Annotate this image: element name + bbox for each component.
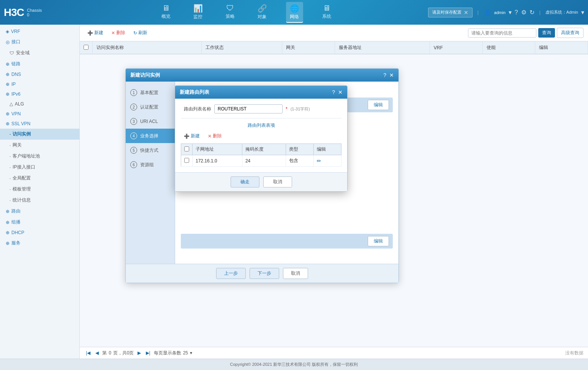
step-5-num: 5 [130, 147, 137, 154]
nav-item-overview[interactable]: 🖥 概览 [158, 2, 174, 23]
sidebar-item-route[interactable]: ⊕ 路由 [0, 206, 79, 217]
first-page-btn[interactable]: |◀ [84, 350, 92, 356]
monitor-icon: 📊 [193, 4, 203, 13]
step-4[interactable]: 4 业务选择 [126, 129, 175, 143]
nav-item-network[interactable]: 🌐 网络 [286, 2, 303, 23]
nav-label-object: 对象 [258, 14, 267, 20]
sidebar-item-ssl-vpn[interactable]: ⊕ SSL VPN [0, 119, 79, 129]
sidebar-item-access-instance[interactable]: · 访问实例 [0, 129, 79, 140]
name-form-row: 路由列表名称 * (1-31字符) [181, 104, 341, 113]
chassis-label: Chassis [27, 8, 42, 13]
refresh-icon[interactable]: ↻ [530, 9, 534, 16]
step-1-num: 1 [130, 89, 137, 96]
inner-row-edit: ✏ [314, 155, 341, 167]
dhcp-icon: ⊕ [6, 230, 9, 235]
step-4-label: 业务选择 [140, 133, 158, 139]
sidebar-item-stats[interactable]: · 统计信息 [0, 195, 79, 206]
page-prefix: 第 [102, 350, 107, 356]
top-header: H3C Chassis 0 🖥 概览 📊 监控 🛡 策略 🔗 对象 🌐 网络 🖥 [0, 0, 588, 25]
step-6-num: 6 [130, 161, 137, 168]
inner-select-all[interactable] [184, 146, 189, 151]
dns-icon: ⊕ [6, 72, 9, 77]
virtual-sys-dropdown-icon[interactable]: ▾ [581, 9, 584, 16]
step-2[interactable]: 2 认证配置 [126, 100, 175, 114]
prev-page-btn[interactable]: ◀ [94, 350, 100, 356]
inner-row-checkbox [181, 155, 193, 167]
inner-col-edit: 编辑 [314, 144, 341, 155]
last-page-btn[interactable]: ▶| [144, 350, 152, 356]
refresh-btn[interactable]: ↻ 刷新 [130, 28, 150, 38]
step-1-label: 基本配置 [140, 90, 158, 96]
sidebar-item-ipv6[interactable]: ⊕ IPv6 [0, 89, 79, 99]
inner-edit-btn[interactable]: ✏ [317, 158, 321, 164]
nav-icons: 🖥 概览 📊 监控 🛡 策略 🔗 对象 🌐 网络 🖥 系统 [65, 2, 428, 23]
save-close-icon[interactable]: ✕ [464, 9, 468, 16]
content-edit-btn-2[interactable]: 编辑 [368, 236, 389, 246]
search-btn[interactable]: 查询 [538, 28, 555, 38]
sidebar-item-security-zone[interactable]: 🛡 安全域 [0, 47, 79, 58]
sidebar-item-link[interactable]: ⊕ 链路 [0, 58, 79, 69]
system-icon: 🖥 [323, 4, 330, 13]
nav-item-policy[interactable]: 🛡 策略 [222, 2, 239, 23]
search-input[interactable] [468, 28, 536, 38]
settings-icon[interactable]: ⚙ [521, 9, 526, 16]
sidebar-item-vpn[interactable]: ⊕ VPN [0, 109, 79, 119]
sidebar-item-ip[interactable]: ⊕ IP [0, 79, 79, 89]
next-page-btn[interactable]: ▶ [136, 350, 142, 356]
inner-row-check[interactable] [184, 158, 189, 163]
cancel-outer-btn[interactable]: 取消 [283, 268, 308, 279]
next-step-btn[interactable]: 下一步 [250, 268, 279, 279]
sidebar-item-alg[interactable]: △ ALG [0, 99, 79, 109]
adv-search-btn[interactable]: 高级查询 [557, 28, 583, 38]
select-all-checkbox[interactable] [84, 45, 89, 50]
nav-item-object[interactable]: 🔗 对象 [254, 2, 271, 23]
outer-dialog-controls: ? ✕ [383, 72, 394, 78]
inner-close-icon[interactable]: ✕ [338, 89, 343, 95]
inner-help-icon[interactable]: ? [332, 89, 335, 95]
sidebar-item-global-config[interactable]: · 全局配置 [0, 173, 79, 184]
interface-icon: ◎ [6, 39, 9, 45]
sidebar-item-dns[interactable]: ⊕ DNS [0, 69, 79, 79]
inner-dialog: 新建路由列表 ? ✕ 路由列表名称 * (1-31字符) 路由列表表项 ➕ 新建… [175, 85, 348, 192]
sidebar-item-vrf[interactable]: ◈ VRF [0, 27, 79, 36]
cancel-inner-btn[interactable]: 取消 [263, 176, 292, 187]
content-edit-btn[interactable]: 编辑 [368, 100, 389, 110]
outer-close-icon[interactable]: ✕ [389, 72, 394, 78]
inner-delete-btn[interactable]: ✕ 删除 [205, 132, 225, 140]
sidebar-item-ip-interface[interactable]: · IP接入接口 [0, 162, 79, 173]
nav-item-monitor[interactable]: 📊 监控 [190, 2, 207, 23]
multicast-icon: ⊕ [6, 220, 9, 225]
col-instance-name: 访问实例名称 [93, 41, 202, 54]
sidebar-item-template[interactable]: · 模板管理 [0, 184, 79, 195]
help-icon[interactable]: ? [515, 9, 518, 16]
step-6[interactable]: 6 资源组 [126, 157, 175, 172]
delete-btn[interactable]: ✕ 删除 [108, 28, 128, 38]
prev-step-btn[interactable]: 上一步 [216, 268, 246, 279]
required-star: * [286, 106, 288, 112]
sidebar-item-client-pool[interactable]: · 客户端地址池 [0, 151, 79, 162]
sidebar-item-dhcp[interactable]: ⊕ DHCP [0, 228, 79, 238]
col-edit: 编辑 [535, 41, 588, 54]
sidebar-item-interface[interactable]: ◎ 接口 [0, 36, 79, 47]
steps-panel: 1 基本配置 2 认证配置 3 URI ACL 4 业务选择 5 快捷方式 6 … [126, 82, 175, 264]
per-page-value: 25 [183, 350, 188, 356]
nav-item-system[interactable]: 🖥 系统 [318, 2, 335, 23]
admin-dropdown-icon[interactable]: ▾ [509, 9, 512, 16]
step-1[interactable]: 1 基本配置 [126, 85, 175, 100]
inner-new-btn[interactable]: ➕ 新建 [181, 132, 203, 140]
sidebar-item-gateway[interactable]: · 网关 [0, 140, 79, 151]
sidebar-item-service[interactable]: ⊕ 服务 [0, 238, 79, 249]
outer-dialog-header: 新建访问实例 ? ✕ [126, 69, 398, 82]
inner-col-type: 类型 [286, 144, 314, 155]
per-page-arrow[interactable]: ▾ [190, 350, 192, 356]
sidebar-item-multicast[interactable]: ⊕ 组播 [0, 217, 79, 228]
new-btn[interactable]: ➕ 新建 [84, 28, 106, 38]
step-2-label: 认证配置 [140, 104, 158, 110]
save-config-btn[interactable]: 请及时保存配置 ✕ [428, 8, 473, 17]
confirm-btn[interactable]: 确走 [231, 176, 259, 187]
nav-label-system: 系统 [322, 13, 331, 20]
name-input[interactable] [214, 104, 283, 113]
outer-help-icon[interactable]: ? [383, 72, 386, 78]
step-5[interactable]: 5 快捷方式 [126, 143, 175, 157]
step-3[interactable]: 3 URI ACL [126, 114, 175, 129]
